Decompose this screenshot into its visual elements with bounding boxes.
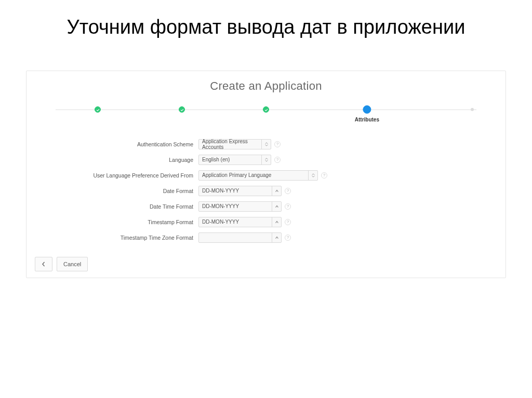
wizard-panel: Create an Application Attributes Authent… (26, 71, 506, 278)
input-date-time-format-value: DD-MON-YYYY (202, 203, 239, 209)
chevron-up-icon[interactable] (272, 202, 281, 211)
wizard-footer: Cancel (35, 257, 497, 271)
step-1[interactable] (95, 106, 101, 113)
row-timestamp-format: Timestamp Format DD-MON-YYYY ? (89, 216, 443, 228)
row-user-lang-pref: User Language Preference Derived From Ap… (89, 170, 443, 181)
step-label-attributes: Attributes (355, 117, 379, 122)
input-date-format[interactable]: DD-MON-YYYY (198, 186, 282, 196)
help-icon[interactable]: ? (285, 219, 291, 225)
help-icon[interactable]: ? (321, 172, 327, 179)
help-icon[interactable]: ? (285, 203, 291, 210)
label-language: Language (89, 157, 198, 163)
input-timestamp-tz-format[interactable] (198, 232, 282, 243)
chevron-updown-icon (261, 140, 271, 149)
chevron-updown-icon (308, 171, 317, 180)
step-3[interactable] (263, 106, 269, 113)
back-button[interactable] (35, 257, 52, 271)
wizard-title: Create an Application (35, 79, 497, 93)
check-icon (179, 106, 185, 113)
step-4-attributes[interactable]: Attributes (355, 106, 379, 122)
form: Authentication Scheme Application Expres… (89, 139, 443, 243)
wizard-stepper: Attributes (56, 106, 476, 127)
row-date-format: Date Format DD-MON-YYYY ? (89, 185, 443, 197)
cancel-button[interactable]: Cancel (57, 257, 88, 271)
label-user-lang-pref: User Language Preference Derived From (89, 172, 198, 179)
help-icon[interactable]: ? (285, 188, 291, 194)
row-language: Language English (en) ? (89, 154, 443, 166)
check-icon (95, 106, 101, 113)
select-user-lang-pref-value: Application Primary Language (202, 172, 271, 178)
chevron-left-icon (41, 262, 46, 267)
future-step-icon (471, 108, 474, 111)
select-auth-scheme-value: Application Express Accounts (202, 139, 259, 150)
input-date-format-value: DD-MON-YYYY (202, 188, 239, 194)
chevron-up-icon[interactable] (272, 217, 281, 227)
chevron-updown-icon (261, 155, 271, 164)
input-timestamp-format[interactable]: DD-MON-YYYY (198, 217, 282, 227)
help-icon[interactable]: ? (274, 157, 281, 163)
label-date-time-format: Date Time Format (89, 203, 198, 210)
step-5[interactable] (471, 106, 474, 111)
help-icon[interactable]: ? (285, 235, 291, 241)
select-language[interactable]: English (en) (198, 155, 271, 165)
input-date-time-format[interactable]: DD-MON-YYYY (198, 201, 282, 212)
slide-title: Уточним формат вывода дат в приложении (0, 0, 532, 50)
label-timestamp-tz-format: Timestamp Time Zone Format (89, 235, 198, 241)
label-date-format: Date Format (89, 188, 198, 194)
row-timestamp-tz-format: Timestamp Time Zone Format ? (89, 232, 443, 243)
select-language-value: English (en) (202, 157, 230, 162)
label-timestamp-format: Timestamp Format (89, 219, 198, 225)
label-auth-scheme: Authentication Scheme (89, 141, 198, 147)
check-icon (263, 106, 269, 113)
active-step-icon (363, 105, 371, 114)
row-auth-scheme: Authentication Scheme Application Expres… (89, 139, 443, 150)
chevron-up-icon[interactable] (272, 186, 281, 196)
select-auth-scheme[interactable]: Application Express Accounts (198, 139, 271, 149)
chevron-up-icon[interactable] (272, 233, 281, 242)
select-user-lang-pref[interactable]: Application Primary Language (198, 170, 318, 181)
input-timestamp-format-value: DD-MON-YYYY (202, 219, 239, 225)
help-icon[interactable]: ? (274, 141, 281, 147)
row-date-time-format: Date Time Format DD-MON-YYYY ? (89, 201, 443, 212)
step-2[interactable] (179, 106, 185, 113)
